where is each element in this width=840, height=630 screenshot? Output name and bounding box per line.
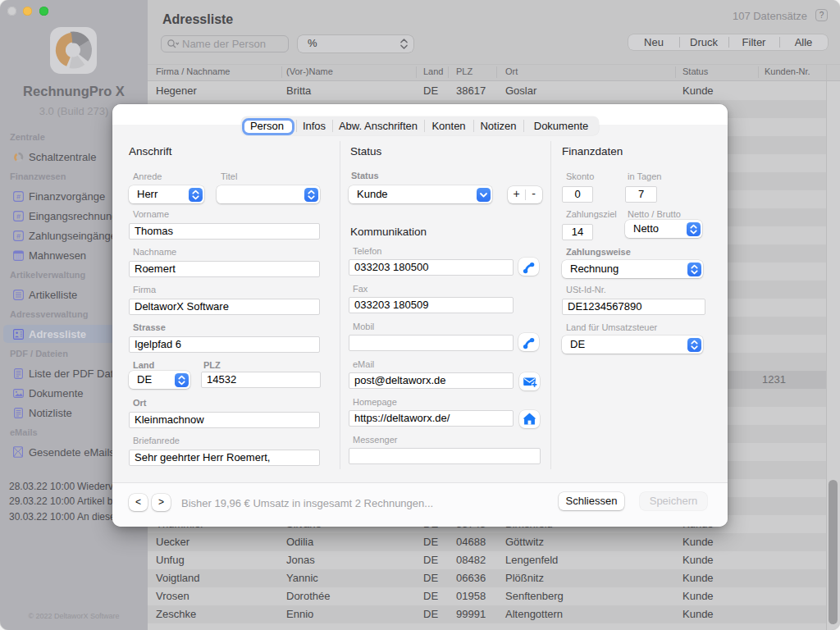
svg-text:#: # (16, 193, 21, 201)
svg-text:#: # (16, 212, 21, 221)
svg-text:#: # (16, 232, 21, 240)
